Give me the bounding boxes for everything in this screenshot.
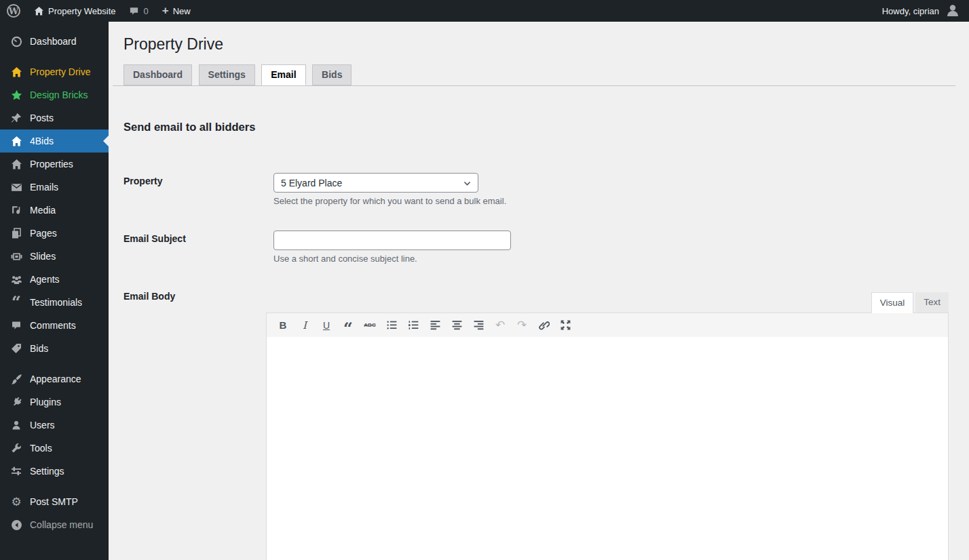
- email-body-editor: Visual Text B I U “ ABC: [266, 292, 949, 560]
- comment-icon: [10, 320, 23, 331]
- brush-icon: [10, 374, 23, 385]
- sidebar-item-label: Tools: [30, 443, 52, 454]
- site-name-label: Property Website: [48, 6, 115, 16]
- tab-settings[interactable]: Settings: [199, 64, 255, 85]
- tag-icon: [10, 343, 23, 354]
- sidebar-item-dashboard[interactable]: Dashboard: [0, 30, 109, 53]
- wrench-icon: [10, 443, 23, 454]
- email-body-label: Email Body: [124, 291, 175, 302]
- sidebar-item-property-drive[interactable]: Property Drive: [0, 60, 109, 83]
- strikethrough-button[interactable]: ABC: [359, 316, 381, 335]
- sidebar-item-design-bricks[interactable]: Design Bricks: [0, 83, 109, 106]
- user-icon: [10, 420, 23, 431]
- pushpin-icon: [10, 113, 23, 123]
- pages-icon: [10, 228, 23, 239]
- sidebar-item-settings[interactable]: Settings: [0, 460, 109, 483]
- tab-visual[interactable]: Visual: [871, 292, 914, 313]
- media-icon: [10, 205, 23, 216]
- new-content-button[interactable]: + New: [155, 0, 197, 22]
- sidebar-item-posts[interactable]: Posts: [0, 106, 109, 129]
- avatar: [945, 2, 961, 20]
- link-button[interactable]: [533, 316, 554, 335]
- email-subject-description: Use a short and concise subject line.: [273, 254, 417, 264]
- gear-icon: ⚙: [10, 496, 23, 508]
- sidebar-item-bids[interactable]: Bids: [0, 337, 109, 360]
- sidebar-item-users[interactable]: Users: [0, 414, 109, 437]
- quote-icon: “: [10, 298, 23, 306]
- new-label: New: [173, 6, 191, 16]
- site-name-link[interactable]: Property Website: [27, 0, 122, 22]
- comments-count: 0: [143, 6, 148, 16]
- home-icon: [34, 6, 44, 16]
- bold-button[interactable]: B: [272, 316, 294, 335]
- sidebar-item-emails[interactable]: Emails: [0, 176, 109, 199]
- sidebar-item-plugins[interactable]: Plugins: [0, 391, 109, 414]
- property-label: Property: [124, 176, 163, 186]
- sidebar-item-label: Property Drive: [30, 66, 90, 77]
- sliders-icon: [10, 466, 23, 477]
- sidebar-item-label: Media: [30, 205, 56, 216]
- numbered-list-button[interactable]: [402, 316, 424, 335]
- fullscreen-button[interactable]: [554, 316, 576, 335]
- sidebar-item-label: Agents: [30, 274, 60, 285]
- admin-sidebar: Dashboard Property Drive Design Bricks: [0, 22, 109, 560]
- sidebar-item-slides[interactable]: Slides: [0, 245, 109, 268]
- align-left-button[interactable]: [424, 316, 446, 335]
- account-menu[interactable]: Howdy, ciprian: [874, 0, 969, 22]
- sidebar-item-4bids[interactable]: 4Bids: [0, 129, 109, 153]
- tab-dashboard[interactable]: Dashboard: [124, 64, 192, 85]
- sidebar-item-post-smtp[interactable]: ⚙ Post SMTP: [0, 490, 109, 513]
- sidebar-item-label: Collapse menu: [30, 519, 93, 530]
- sidebar-item-label: Bids: [30, 343, 48, 354]
- editor-mode-tabs: Visual Text: [869, 292, 949, 313]
- sidebar-item-label: Properties: [30, 159, 73, 169]
- wordpress-admin: W Property Website 0 + New Howdy, cipria…: [0, 0, 969, 560]
- plugin-icon: [10, 397, 23, 408]
- email-body-content[interactable]: [266, 337, 949, 560]
- sidebar-item-properties[interactable]: Properties: [0, 153, 109, 176]
- redo-button[interactable]: ↷: [511, 316, 533, 335]
- collapse-icon: [10, 519, 23, 531]
- email-subject-label: Email Subject: [124, 233, 186, 244]
- section-heading: Send email to all bidders: [124, 121, 255, 134]
- wordpress-logo-icon: W: [7, 4, 20, 18]
- house-icon: [10, 66, 23, 78]
- italic-button[interactable]: I: [294, 316, 316, 335]
- collapse-menu-button[interactable]: Collapse menu: [0, 513, 109, 536]
- sidebar-item-label: Posts: [30, 113, 54, 123]
- sidebar-item-testimonials[interactable]: “ Testimonials: [0, 291, 109, 314]
- tab-bids[interactable]: Bids: [312, 64, 352, 85]
- editor-toolbar: B I U “ ABC ↶: [266, 313, 949, 338]
- chevron-down-icon: [463, 179, 472, 190]
- undo-button[interactable]: ↶: [489, 316, 511, 335]
- comments-shortcut[interactable]: 0: [122, 0, 155, 22]
- blockquote-button[interactable]: “: [337, 316, 359, 335]
- slides-icon: [10, 251, 23, 262]
- sidebar-item-label: Slides: [30, 251, 56, 262]
- tab-email[interactable]: Email: [261, 64, 305, 85]
- underline-button[interactable]: U: [316, 316, 337, 335]
- sidebar-item-comments[interactable]: Comments: [0, 314, 109, 337]
- sidebar-item-pages[interactable]: Pages: [0, 222, 109, 245]
- wordpress-logo[interactable]: W: [0, 0, 27, 22]
- property-description: Select the property for which you want t…: [273, 196, 506, 206]
- tab-text[interactable]: Text: [915, 292, 949, 313]
- sidebar-item-media[interactable]: Media: [0, 199, 109, 222]
- admin-bar: W Property Website 0 + New Howdy, cipria…: [0, 0, 969, 22]
- sidebar-item-appearance[interactable]: Appearance: [0, 367, 109, 391]
- sidebar-item-label: Users: [30, 420, 55, 431]
- bulleted-list-button[interactable]: [381, 316, 402, 335]
- sidebar-item-label: Design Bricks: [30, 89, 88, 100]
- property-select[interactable]: 5 Elyard Place: [273, 173, 478, 193]
- envelope-icon: [10, 182, 23, 193]
- sidebar-item-label: Dashboard: [30, 36, 77, 47]
- align-center-button[interactable]: [446, 316, 468, 335]
- page-tab-bar: Dashboard Settings Email Bids: [113, 64, 955, 86]
- plus-icon: +: [162, 5, 169, 16]
- email-subject-input[interactable]: [273, 231, 511, 250]
- sidebar-item-label: Appearance: [30, 374, 81, 384]
- align-right-button[interactable]: [468, 316, 489, 335]
- sidebar-item-agents[interactable]: Agents: [0, 268, 109, 291]
- star-icon: [10, 89, 23, 101]
- sidebar-item-tools[interactable]: Tools: [0, 437, 109, 460]
